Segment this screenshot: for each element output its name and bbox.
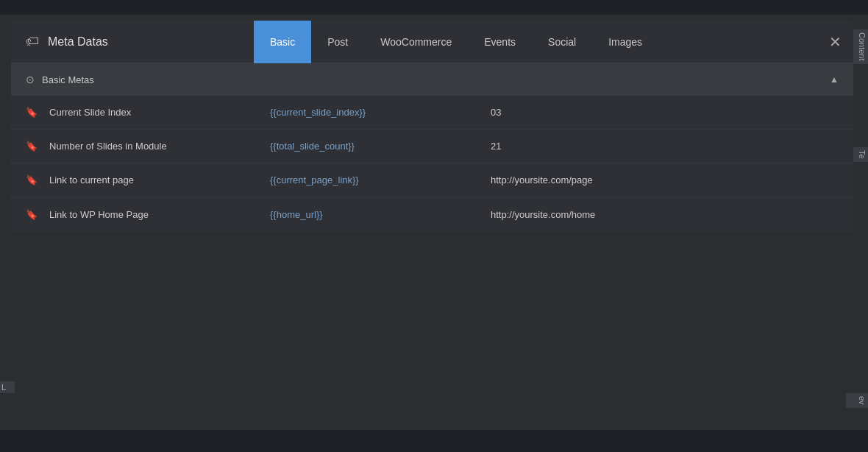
row-value-4: http://yoursite.com/home [491, 209, 595, 220]
row-token-1: {{current_slide_index}} [270, 107, 491, 118]
table-row: 🔖 Number of Slides in Module {{total_sli… [11, 130, 853, 163]
bookmark-icon-4: 🔖 [26, 209, 38, 220]
modal-title-area: 🏷 Meta Datas [11, 34, 254, 49]
section-icon: ⊙ [26, 74, 35, 85]
table-row: 🔖 Link to WP Home Page {{home_url}} http… [11, 197, 853, 231]
bookmark-icon-2: 🔖 [26, 141, 38, 152]
tab-post[interactable]: Post [311, 21, 364, 63]
section-header-left: ⊙ Basic Metas [26, 74, 94, 85]
row-value-1: 03 [491, 107, 501, 118]
meta-datas-modal: 🏷 Meta Datas Basic Post WooCommerce Even… [11, 21, 853, 231]
tab-images[interactable]: Images [592, 21, 658, 63]
tab-woocommerce[interactable]: WooCommerce [364, 21, 468, 63]
table-row: 🔖 Current Slide Index {{current_slide_in… [11, 96, 853, 130]
tabs-container: Basic Post WooCommerce Events Social Ima… [254, 21, 817, 63]
tag-icon: 🏷 [26, 34, 39, 49]
row-token-4: {{home_url}} [270, 209, 491, 220]
modal-header: 🏷 Meta Datas Basic Post WooCommerce Even… [11, 21, 853, 63]
row-label-4: Link to WP Home Page [49, 209, 270, 220]
row-value-2: 21 [491, 141, 501, 152]
row-token-2: {{total_slide_count}} [270, 141, 491, 152]
row-label-1: Current Slide Index [49, 107, 270, 118]
row-label-3: Link to current page [49, 174, 270, 186]
tab-basic[interactable]: Basic [254, 21, 311, 63]
section-label: Basic Metas [42, 74, 94, 85]
right-label-bottom: ev [846, 393, 868, 408]
row-value-3: http://yoursite.com/page [491, 174, 593, 186]
close-button[interactable]: ✕ [817, 21, 853, 63]
tab-events[interactable]: Events [468, 21, 532, 63]
table-content: 🔖 Current Slide Index {{current_slide_in… [11, 96, 853, 231]
row-label-2: Number of Slides in Module [49, 141, 270, 152]
bookmark-icon-3: 🔖 [26, 174, 38, 186]
modal-title: Meta Datas [48, 35, 108, 49]
bookmark-icon-1: 🔖 [26, 107, 38, 118]
table-row: 🔖 Link to current page {{current_page_li… [11, 163, 853, 197]
collapse-icon[interactable]: ▲ [830, 74, 839, 85]
tab-social[interactable]: Social [532, 21, 592, 63]
bottom-bar [0, 430, 868, 452]
section-header[interactable]: ⊙ Basic Metas ▲ [11, 63, 853, 96]
top-bar [0, 0, 868, 15]
left-label: L [0, 381, 15, 393]
row-token-3: {{current_page_link}} [270, 174, 491, 186]
